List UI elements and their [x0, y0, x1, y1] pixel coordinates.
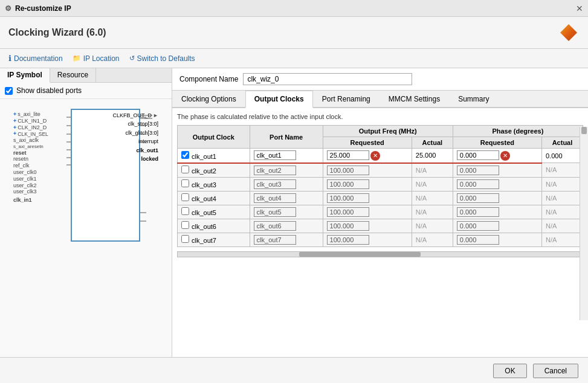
freq-actual-cell: N/A: [412, 205, 453, 219]
right-panel: Component Name Clocking Options Output C…: [172, 68, 588, 357]
phase-actual-na: N/A: [546, 236, 557, 243]
checkbox-clk_out4[interactable]: [181, 193, 189, 201]
freq-requested-cell: [323, 191, 412, 205]
cancel-button[interactable]: Cancel: [533, 364, 578, 378]
port-clkfb-out-d: CLKFB_OUT_D ►: [113, 111, 158, 120]
checkbox-clk_out6[interactable]: [181, 221, 189, 229]
phase-requested-input-clk_out4[interactable]: [457, 193, 499, 203]
freq-actual-na: N/A: [416, 222, 427, 230]
freq-requested-input-clk_out1[interactable]: [327, 150, 369, 160]
phase-requested-input-clk_out1[interactable]: [457, 150, 499, 160]
freq-actual-cell: N/A: [412, 233, 453, 246]
clocks-table: Output Clock Port Name Output Freq (MHz)…: [177, 125, 583, 247]
checkbox-clk_out3[interactable]: [181, 179, 189, 187]
show-disabled-ports-checkbox[interactable]: [5, 87, 13, 95]
port-name-cell: [250, 233, 323, 246]
output-clock-cell: clk_out4: [178, 191, 250, 205]
col-phase-actual: Actual: [541, 137, 583, 149]
table-row: clk_out3N/AN/A: [178, 177, 583, 191]
table-row: clk_out1✕25.000✕0.000: [178, 149, 583, 163]
port-clk-glitch: clk_glitch[3:0]: [113, 129, 158, 137]
left-ports: +s_axi_lite +CLK_IN1_D +CLK_IN2_D +CLK_I…: [13, 111, 48, 204]
h-scrollbar[interactable]: [177, 251, 583, 257]
port-name-cell: [250, 149, 323, 163]
output-clock-cell: clk_out5: [178, 205, 250, 219]
freq-actual-cell: 25.000: [412, 149, 453, 163]
checkbox-clk_out1[interactable]: [181, 151, 189, 159]
checkbox-clk_out5[interactable]: [181, 207, 189, 215]
dialog-title: Clocking Wizard (6.0): [8, 27, 106, 38]
folder-icon: 📁: [73, 54, 81, 62]
port-s-axi-lite: s_axi_lite: [18, 111, 40, 118]
checkbox-clk_out2[interactable]: [181, 166, 189, 173]
port-user-clk0: user_clk0: [13, 169, 37, 176]
tab-output-clocks[interactable]: Output Clocks: [245, 91, 313, 108]
port-name-input-clk_out3[interactable]: [254, 179, 296, 189]
port-clk-in2-d: CLK_IN2_D: [18, 124, 47, 131]
freq-requested-input-clk_out6[interactable]: [327, 221, 369, 231]
phase-requested-input-clk_out2[interactable]: [457, 166, 499, 175]
tab-port-renaming[interactable]: Port Renaming: [313, 91, 380, 108]
phase-requested-input-clk_out3[interactable]: [457, 179, 499, 189]
show-disabled-ports-label: Show disabled ports: [16, 86, 82, 95]
freq-requested-input-clk_out3[interactable]: [327, 179, 369, 189]
table-row: clk_out4N/AN/A: [178, 191, 583, 205]
port-s-axi-aresetn: s_axi_aresetn: [13, 144, 44, 150]
tab-clocking-options[interactable]: Clocking Options: [172, 91, 245, 108]
switch-to-defaults-link[interactable]: ↺ Switch to Defaults: [129, 54, 195, 63]
phase-requested-cell: [453, 205, 541, 219]
phase-actual-na: N/A: [546, 222, 557, 230]
tab-summary[interactable]: Summary: [449, 91, 498, 108]
freq-requested-cell: [323, 163, 412, 178]
port-name-input-clk_out7[interactable]: [254, 235, 296, 245]
phase-actual-na: N/A: [546, 166, 557, 173]
app-icon: ⚙: [5, 4, 11, 13]
tabs-bar: Clocking Options Output Clocks Port Rena…: [172, 91, 588, 108]
output-clock-label: clk_out4: [192, 195, 216, 202]
freq-requested-cell: ✕: [323, 149, 412, 163]
port-user-clk3: user_clk3: [13, 188, 37, 195]
clear-phase-button-clk_out1[interactable]: ✕: [500, 151, 510, 161]
port-name-cell: [250, 219, 323, 233]
freq-requested-input-clk_out7[interactable]: [327, 235, 369, 245]
tab-mmcm-settings[interactable]: MMCM Settings: [380, 91, 449, 108]
ok-button[interactable]: OK: [493, 364, 526, 378]
close-button[interactable]: ✕: [576, 4, 583, 13]
freq-requested-input-clk_out5[interactable]: [327, 207, 369, 217]
port-name-input-clk_out4[interactable]: [254, 193, 296, 203]
table-row: clk_out6N/AN/A: [178, 219, 583, 233]
freq-actual-cell: N/A: [412, 219, 453, 233]
port-name-cell: [250, 177, 323, 191]
phase-actual-na: N/A: [546, 208, 557, 216]
port-name-input-clk_out5[interactable]: [254, 207, 296, 217]
freq-requested-cell: [323, 233, 412, 246]
phase-actual-cell: N/A: [541, 233, 583, 246]
component-name-input[interactable]: [243, 73, 412, 85]
port-name-input-clk_out6[interactable]: [254, 221, 296, 231]
clear-freq-button-clk_out1[interactable]: ✕: [370, 151, 380, 161]
tab-ip-symbol[interactable]: IP Symbol: [0, 68, 50, 83]
output-clock-label: clk_out2: [192, 167, 216, 175]
documentation-link[interactable]: ℹ Documentation: [8, 54, 63, 63]
v-scrollbar[interactable]: [580, 127, 588, 320]
phase-requested-input-clk_out6[interactable]: [457, 221, 499, 231]
port-resetn: resetn: [13, 156, 28, 163]
port-name-input-clk_out2[interactable]: [254, 166, 296, 175]
phase-requested-cell: [453, 219, 541, 233]
port-name-input-clk_out1[interactable]: [254, 150, 296, 160]
freq-requested-input-clk_out4[interactable]: [327, 193, 369, 203]
freq-requested-input-clk_out2[interactable]: [327, 166, 369, 175]
phase-requested-input-clk_out7[interactable]: [457, 235, 499, 245]
port-clk-in1-d: CLK_IN1_D: [18, 118, 47, 124]
freq-actual-cell: N/A: [412, 177, 453, 191]
toolbar: ℹ Documentation 📁 IP Location ↺ Switch t…: [0, 49, 588, 68]
show-disabled-ports-row: Show disabled ports: [0, 83, 172, 99]
freq-actual-cell: N/A: [412, 163, 453, 178]
checkbox-clk_out7[interactable]: [181, 235, 189, 243]
ip-location-link[interactable]: 📁 IP Location: [73, 54, 120, 63]
tab-resource[interactable]: Resource: [50, 68, 96, 82]
left-panel: IP Symbol Resource Show disabled ports +…: [0, 68, 172, 357]
port-name-cell: [250, 191, 323, 205]
freq-actual-cell: N/A: [412, 191, 453, 205]
phase-requested-input-clk_out5[interactable]: [457, 207, 499, 217]
